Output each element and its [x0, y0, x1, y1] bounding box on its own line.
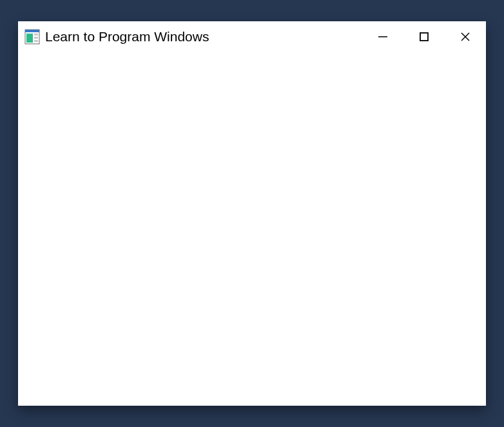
svg-rect-3 — [34, 34, 38, 35]
title-bar[interactable]: Learn to Program Windows — [18, 21, 486, 52]
application-window: Learn to Program Windows — [18, 21, 486, 406]
maximize-button[interactable] — [403, 21, 445, 52]
svg-rect-1 — [25, 30, 39, 32]
window-title: Learn to Program Windows — [45, 29, 362, 45]
svg-rect-5 — [34, 40, 38, 42]
minimize-icon — [377, 31, 389, 43]
app-icon — [24, 29, 40, 45]
svg-rect-2 — [26, 34, 33, 43]
close-button[interactable] — [445, 21, 486, 52]
client-area — [18, 52, 486, 406]
window-controls — [362, 21, 486, 52]
svg-rect-4 — [34, 37, 38, 39]
minimize-button[interactable] — [362, 21, 403, 52]
svg-rect-7 — [420, 33, 428, 41]
maximize-icon — [418, 31, 430, 43]
close-icon — [460, 31, 471, 43]
